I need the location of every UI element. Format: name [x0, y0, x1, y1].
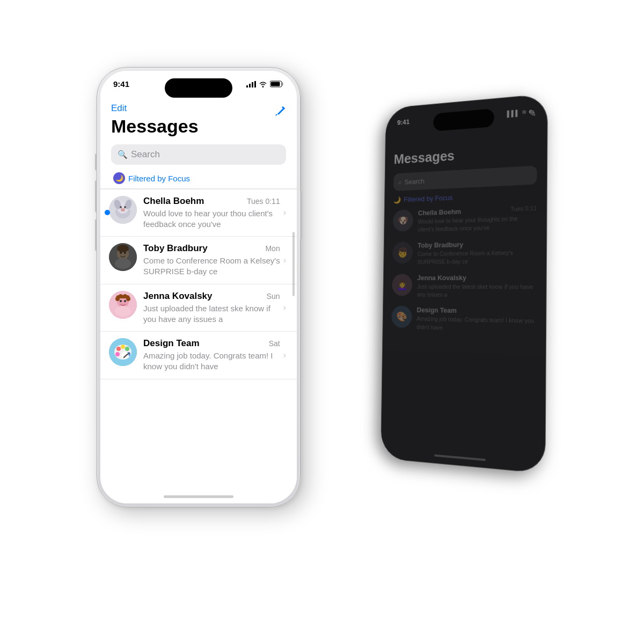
chella-avatar-image	[109, 196, 137, 224]
back-status-time: 9:41	[397, 118, 409, 126]
msg-top-row-toby: Toby Bradbury Mon	[143, 243, 280, 254]
back-message-item-3[interactable]: 🎨 Design Team Amazing job today. Congrat…	[391, 306, 536, 334]
filter-row: 🌙 Filtered by Focus	[111, 172, 286, 184]
back-messages-title: Messages	[394, 142, 537, 168]
back-message-item-2[interactable]: 👩‍🦱 Jenna Kovalsky Just uploaded the lat…	[392, 273, 536, 300]
msg-top-row-jenna: Jenna Kovalsky Sun	[143, 291, 280, 302]
back-dynamic-island	[433, 108, 494, 131]
message-item-jenna[interactable]: Jenna Kovalsky Sun Just uploaded the lat…	[100, 284, 297, 332]
back-avatar-2: 👩‍🦱	[392, 274, 412, 296]
svg-point-27	[126, 297, 130, 301]
back-compose-button[interactable]: ✎	[528, 107, 536, 120]
volume-up-button[interactable]	[95, 180, 97, 213]
back-content: Messages ⌕ Search 🌙 Filtered by Focus 🐶	[383, 133, 547, 352]
back-msg-preview-1: Come to Conference Room a Kelsey's SURPR…	[418, 248, 537, 267]
msg-time-design: Sat	[269, 339, 280, 348]
avatar-toby	[109, 243, 137, 271]
msg-preview-design: Amazing job today. Congrats team! I know…	[143, 350, 280, 372]
svg-point-34	[115, 352, 120, 356]
edit-button[interactable]: Edit	[111, 103, 286, 114]
back-search-icon: ⌕	[398, 178, 401, 186]
volume-down-button[interactable]	[95, 219, 97, 251]
svg-point-14	[121, 208, 125, 211]
mute-button[interactable]	[95, 153, 97, 171]
svg-point-32	[125, 347, 129, 351]
msg-content-design: Design Team Sat Amazing job today. Congr…	[143, 338, 280, 372]
svg-point-24	[120, 300, 122, 302]
chevron-chella: ›	[283, 208, 286, 217]
messages-app: 9:41	[100, 71, 297, 503]
svg-point-13	[124, 206, 126, 208]
cellular-icon	[246, 81, 256, 87]
toby-avatar-image	[109, 243, 137, 271]
msg-name-chella: Chella Boehm	[143, 196, 204, 207]
front-phone: 9:41	[97, 67, 301, 507]
home-indicator	[164, 495, 233, 498]
message-list: Chella Boehm Tues 0:11 Would love to hea…	[100, 189, 297, 379]
back-avatar-1: 👦	[392, 241, 413, 264]
back-avatar-3: 🎨	[391, 306, 412, 328]
svg-rect-2	[252, 82, 253, 87]
dynamic-island	[165, 78, 232, 98]
svg-point-17	[115, 258, 131, 269]
chevron-jenna: ›	[283, 303, 286, 312]
svg-rect-1	[249, 84, 251, 87]
messages-title: Messages	[111, 116, 286, 137]
wifi-icon	[259, 81, 267, 87]
back-moon-icon: 🌙	[393, 196, 401, 204]
back-message-item-1[interactable]: 👦 Toby Bradbury Come to Conference Room …	[392, 239, 537, 267]
compose-button[interactable]	[274, 105, 286, 120]
msg-preview-chella: Would love to hear your thou client's fe…	[143, 208, 280, 230]
back-msg-preview-3: Amazing job today. Congrats team! I know…	[416, 315, 536, 334]
search-bar[interactable]: 🔍 Search	[111, 144, 286, 165]
back-home-indicator	[434, 455, 486, 462]
msg-time-jenna: Sun	[267, 292, 280, 301]
avatar-chella	[109, 196, 137, 224]
battery-icon	[270, 80, 284, 87]
filter-text: Filtered by Focus	[128, 174, 190, 183]
back-msg-preview-2: Just uploaded the latest sket know if yo…	[417, 283, 536, 300]
back-msg-preview-0: Would love to hear your thoughts on the …	[418, 214, 537, 234]
power-button[interactable]	[300, 191, 302, 239]
scrollbar[interactable]	[292, 232, 295, 296]
back-msg-content-3: Design Team Amazing job today. Congrats …	[416, 306, 536, 334]
svg-point-23	[115, 306, 131, 317]
msg-top-row-design: Design Team Sat	[143, 338, 280, 349]
back-search-text: Search	[405, 177, 425, 186]
chevron-design: ›	[283, 350, 286, 360]
back-msg-name-0: Chella Boehm	[418, 208, 461, 217]
svg-point-12	[120, 206, 122, 208]
back-msg-name-2: Jenna Kovalsky	[417, 274, 466, 282]
msg-content-jenna: Jenna Kovalsky Sun Just uploaded the lat…	[143, 291, 280, 325]
back-avatar-0: 🐶	[393, 209, 413, 232]
design-avatar-image	[109, 338, 137, 366]
msg-name-toby: Toby Bradbury	[143, 243, 208, 254]
phone-screen-frame: 9:41	[100, 71, 297, 503]
svg-rect-6	[271, 82, 280, 86]
chevron-toby: ›	[283, 255, 286, 265]
msg-time-toby: Mon	[265, 244, 280, 253]
scene: 9:41 ▌▌▌ ≋ ▭ ✎ Messages ⌕ Search	[80, 67, 564, 577]
wifi-icon: ≋	[522, 108, 526, 116]
svg-rect-0	[246, 85, 248, 87]
back-msg-time-0: Tues 0:11	[510, 204, 537, 214]
svg-point-20	[117, 245, 129, 252]
message-item-chella[interactable]: Chella Boehm Tues 0:11 Would love to hea…	[100, 189, 297, 237]
msg-name-jenna: Jenna Kovalsky	[143, 291, 213, 302]
message-item-toby[interactable]: Toby Bradbury Mon Come to Conference Roo…	[100, 237, 297, 284]
back-msg-content-1: Toby Bradbury Come to Conference Room a …	[418, 239, 537, 266]
signal-icon: ▌▌▌	[507, 109, 519, 117]
svg-point-31	[121, 345, 125, 349]
back-msg-content-0: Chella Boehm Tues 0:11 Would love to hea…	[418, 204, 537, 234]
message-item-design[interactable]: Design Team Sat Amazing job today. Congr…	[100, 332, 297, 379]
msg-name-design: Design Team	[143, 338, 200, 349]
back-message-item-0[interactable]: 🐶 Chella Boehm Tues 0:11 Would love to h…	[393, 204, 537, 235]
svg-rect-5	[282, 83, 283, 86]
back-msg-name-3: Design Team	[416, 306, 456, 314]
msg-time-chella: Tues 0:11	[247, 197, 280, 206]
back-search-bar[interactable]: ⌕ Search	[393, 166, 537, 192]
svg-point-25	[124, 300, 126, 302]
avatar-jenna	[109, 291, 137, 319]
status-icons	[246, 80, 284, 87]
svg-rect-3	[254, 81, 256, 87]
